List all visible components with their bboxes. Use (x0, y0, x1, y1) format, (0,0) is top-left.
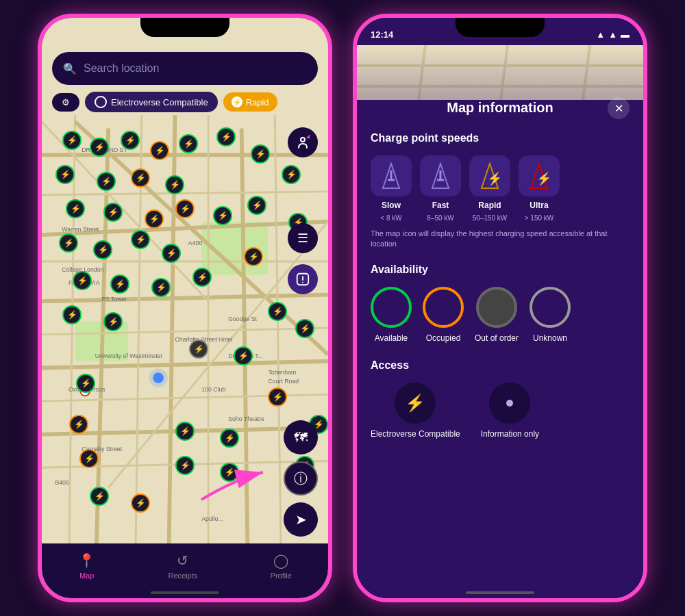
pin-17[interactable]: ⚡ (213, 206, 232, 225)
electroverse-filter-label: Electroverse Compatible (111, 97, 208, 107)
speed-ultra: ⚡ Ultra > 150 kW (519, 155, 560, 222)
list-btn[interactable]: ☰ (288, 223, 318, 253)
pin-29[interactable]: ⚡ (62, 305, 82, 324)
access-info-item: Information only (481, 383, 539, 439)
profile-nav-icon: ◯ (273, 552, 288, 569)
map-thumbnail (357, 45, 643, 100)
pin-28[interactable]: ⚡ (192, 268, 212, 287)
search-placeholder: Search location (84, 62, 159, 75)
report-btn[interactable] (288, 264, 318, 294)
pin-32[interactable]: ⚡ (295, 319, 314, 338)
map-view-btn[interactable]: 🗺 (284, 420, 318, 454)
electroverse-filter-btn[interactable]: Electroverse Compatible (85, 92, 218, 112)
nav-profile[interactable]: ◯ Profile (271, 552, 292, 580)
fast-label: Fast (432, 201, 449, 210)
pin-10[interactable]: ⚡ (131, 168, 150, 188)
pin-6[interactable]: ⚡ (216, 127, 236, 146)
pin-9[interactable]: ⚡ (97, 172, 116, 191)
svg-text:⚡: ⚡ (487, 171, 501, 186)
pin-2[interactable]: ⚡ (90, 138, 109, 157)
nav-receipts[interactable]: ↺ Receipts (168, 552, 197, 580)
pink-arrow-annotation (195, 465, 277, 509)
pin-26[interactable]: ⚡ (110, 274, 129, 294)
pin-34[interactable]: ⚡ (76, 374, 95, 393)
pin-7[interactable]: ⚡ (251, 144, 270, 164)
pin-24[interactable]: ⚡ (244, 247, 263, 266)
speeds-section-title: Charge point speeds (371, 132, 630, 144)
svg-text:⚡: ⚡ (536, 171, 550, 186)
rapid-filter-btn[interactable]: ⚡ Rapid (223, 92, 277, 112)
rapid-sub: 50–150 kW (473, 214, 508, 222)
fast-icon-box (420, 155, 461, 196)
pin-18[interactable]: ⚡ (247, 196, 266, 215)
pin-45[interactable]: ⚡ (131, 493, 150, 513)
pin-11[interactable]: ⚡ (165, 175, 184, 194)
pin-8[interactable]: ⚡ (55, 165, 75, 184)
pin-1[interactable]: ⚡ (62, 131, 82, 150)
speeds-section: Charge point speeds Slow < 8 kW (371, 132, 630, 250)
pin-44[interactable]: ⚡ (90, 487, 109, 506)
access-title: Access (371, 359, 630, 372)
filter-settings-btn[interactable]: ⚙ (52, 93, 79, 112)
search-bar[interactable]: 🔍 Search location (52, 52, 318, 85)
availability-row: Available Occupied Out of order Unknown (371, 287, 630, 343)
info-panel-screen: 12:14 ▲ ▲ ▬ (357, 18, 643, 598)
fast-sub: 8–50 kW (427, 214, 453, 222)
search-icon: 🔍 (63, 62, 77, 75)
home-indicator-left (151, 591, 219, 594)
ultra-icon-box: ⚡ (519, 155, 560, 196)
ev-circle-icon (95, 96, 107, 108)
svg-rect-64 (357, 45, 643, 100)
compass-btn[interactable]: ➤ (284, 502, 318, 537)
pin-35[interactable]: ⚡ (268, 387, 287, 407)
info-dot (506, 400, 513, 407)
pin-3[interactable]: ⚡ (121, 131, 140, 150)
speed-note: The map icon will display the highest ch… (371, 229, 630, 250)
pin-21[interactable]: ⚡ (93, 240, 112, 259)
pin-40[interactable]: ⚡ (79, 449, 99, 468)
pin-30[interactable]: ⚡ (103, 312, 123, 331)
pin-14[interactable]: ⚡ (103, 203, 123, 222)
home-indicator-right (466, 591, 534, 594)
slow-icon-box (371, 155, 412, 196)
right-status-time: 12:14 (371, 29, 393, 40)
pin-36[interactable]: ⚡ (69, 415, 88, 434)
svg-point-51 (301, 138, 305, 142)
pin-38[interactable]: ⚡ (220, 428, 239, 448)
pin-25[interactable]: ⚡ (73, 271, 92, 290)
signal-icon: ▲ (596, 29, 605, 40)
occupied-label: Occupied (426, 333, 461, 343)
nav-map[interactable]: 📍 Map (78, 552, 95, 580)
pin-15[interactable]: ⚡ (145, 209, 164, 229)
svg-point-56 (302, 282, 303, 283)
info-map-btn[interactable]: ⓘ (284, 461, 318, 496)
ultra-label: Ultra (530, 201, 548, 210)
pin-12[interactable]: ⚡ (282, 165, 301, 184)
pin-4[interactable]: ⚡ (150, 141, 169, 160)
profile-map-btn[interactable] (288, 127, 318, 157)
pin-41[interactable]: ⚡ (175, 456, 195, 475)
pin-33[interactable]: ⚡ (234, 346, 253, 365)
speed-rapid: ⚡ Rapid 50–150 kW (469, 155, 510, 222)
pin-37[interactable]: ⚡ (175, 422, 195, 441)
slow-label: Slow (382, 201, 401, 210)
close-button[interactable]: ✕ (608, 97, 630, 119)
map-nav-icon: 📍 (78, 552, 95, 569)
pin-13[interactable]: ⚡ (66, 199, 85, 218)
pin-31[interactable]: ⚡ (268, 302, 287, 321)
nav-profile-label: Profile (271, 572, 292, 580)
info-panel-header: Map information ✕ (371, 100, 630, 116)
pin-23[interactable]: ⚡ (162, 244, 181, 263)
pin-27[interactable]: ⚡ (151, 278, 171, 297)
pin-gray-1[interactable]: ⚡ (189, 339, 208, 359)
information-only-label: Information only (481, 429, 539, 439)
electroverse-compatible-icon: ⚡ (395, 383, 436, 424)
unknown-label: Unknown (533, 333, 567, 343)
speed-fast: Fast 8–50 kW (420, 155, 461, 222)
slow-sub: < 8 kW (380, 214, 401, 222)
pin-20[interactable]: ⚡ (59, 233, 78, 253)
pin-16[interactable]: ⚡ (175, 199, 195, 218)
pin-5[interactable]: ⚡ (179, 134, 198, 153)
notch (140, 18, 229, 37)
pin-22[interactable]: ⚡ (131, 230, 150, 249)
